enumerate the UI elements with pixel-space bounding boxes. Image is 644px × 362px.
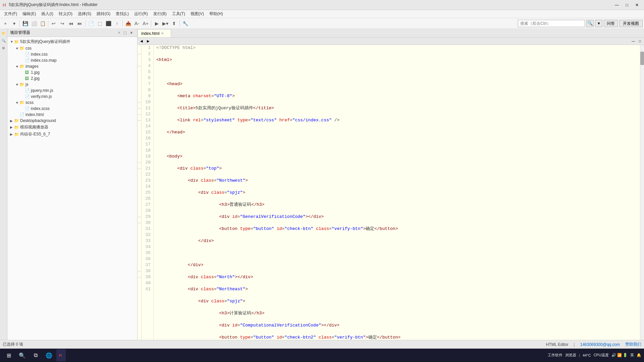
code-line-11: <div class="top"> (156, 166, 637, 172)
tree-project-desktop[interactable]: ▶ 📁 Desktopbackground (7, 118, 137, 124)
tree-file-indexhtml[interactable]: 📄 index.html (7, 112, 137, 118)
tree-project-root[interactable]: ▼ 📁 5款实用的jQuery验证码插件 (7, 38, 137, 45)
toolbar-btn9[interactable]: ⏭ (76, 19, 84, 27)
toolbar-btn11[interactable]: ⬚ (96, 19, 104, 27)
side-icon-3[interactable]: ⚙ (1, 45, 7, 51)
taskbar-work-btn[interactable]: 工作软件 (548, 353, 562, 358)
tree-label-indexcss: index.css (31, 52, 48, 57)
help-link[interactable]: 赞助我们 (625, 342, 641, 347)
toolbar-publish[interactable]: ⬆ (170, 19, 178, 27)
user-email[interactable]: 1463069300@qq.com (580, 342, 620, 347)
sidebar-tool-1[interactable]: ⬚ (122, 30, 128, 36)
taskbar-hbuilder[interactable]: H (56, 349, 66, 361)
toolbar-btn2[interactable]: ▾ (10, 19, 18, 27)
menu-jump[interactable]: 跳转(G) (94, 10, 113, 17)
verify-icon: 📄 (25, 94, 30, 99)
notification-btn[interactable]: 🔔 (637, 353, 641, 357)
dev-view-button[interactable]: 开发视图 (619, 20, 643, 27)
font-size-inc[interactable]: A+ (142, 19, 150, 27)
side-icon-1[interactable]: 📁 (1, 30, 7, 36)
project-folder-icon: 📁 (14, 40, 19, 44)
tree-folder-images[interactable]: ▼ 📁 images (7, 63, 137, 69)
menu-select[interactable]: 选择(S) (75, 10, 94, 17)
menu-edit[interactable]: 编辑(E) (20, 10, 39, 17)
tree-folder-scss[interactable]: ▼ 📁 scss (7, 100, 137, 106)
toolbar-misc[interactable]: 🔧 (181, 19, 189, 27)
tree-label-2jpg: 2.jpg (31, 76, 40, 81)
menu-insert[interactable]: 插入(I) (39, 10, 56, 17)
video-folder-icon: 📁 (14, 125, 19, 130)
toolbar-run[interactable]: ▶ (153, 19, 161, 27)
toolbar-run2[interactable]: ▶▾ (161, 19, 169, 27)
menu-help[interactable]: 帮助(H) (207, 10, 226, 17)
menu-publish[interactable]: 发行(B) (151, 10, 169, 17)
toolbar-btn10[interactable]: 📄 (87, 19, 95, 27)
sidebar-header: 项目管理器 ✕ ⬚ ≡ (7, 29, 137, 37)
code-line-13: <div class="spjz"> (156, 190, 637, 196)
tree-file-verify[interactable]: 📄 verify.min.js (7, 94, 137, 100)
menu-file[interactable]: 文件(F) (1, 10, 20, 17)
editor-ctrl-expand[interactable]: □ (637, 39, 643, 44)
undo-button[interactable]: ↩ (50, 19, 58, 27)
menu-run[interactable]: 运行(R) (131, 10, 151, 17)
taskbar-edge[interactable]: 🌐 (43, 349, 55, 361)
menu-escape[interactable]: 转义(O) (56, 10, 75, 17)
sidebar-close[interactable]: ✕ (118, 31, 120, 35)
tree-project-es[interactable]: ▶ 📁 尚硅谷-ES5_6_7 (7, 131, 137, 138)
minimize-button[interactable]: — (612, 2, 621, 8)
menu-find[interactable]: 查找(L) (113, 10, 131, 17)
editor-scrollbar[interactable] (640, 45, 644, 340)
file-tree: ▼ 📁 5款实用的jQuery验证码插件 ▼ 📁 css 📄 index.css (7, 37, 137, 340)
code-line-14: <h3>普通验证码</h3> (156, 202, 637, 208)
tree-arrow-images: ▼ (15, 65, 19, 68)
search-input[interactable] (518, 20, 585, 27)
tab-bar: index.html ✕ (138, 29, 644, 38)
tree-folder-js[interactable]: ▼ 📁 js (7, 81, 137, 87)
window-controls: — □ ✕ (612, 2, 641, 8)
tree-file-indexcss[interactable]: 📄 index.css (7, 51, 137, 57)
menu-view[interactable]: 视图(V) (188, 10, 207, 17)
redo-button[interactable]: ↪ (58, 19, 66, 27)
toolbar-btn5[interactable]: 📋 (39, 19, 47, 27)
side-icon-2[interactable]: 🔍 (1, 38, 7, 44)
code-content[interactable]: <!DOCTYPE html> <html> <head> <meta char… (154, 45, 640, 340)
maximize-button[interactable]: □ (623, 2, 631, 8)
tree-file-1jpg[interactable]: 🖼 1.jpg (7, 69, 137, 75)
toolbar-btn12[interactable]: ⬛ (104, 19, 112, 27)
search-settings-btn[interactable]: ▾ (595, 20, 602, 27)
code-line-19: </div> (156, 262, 637, 268)
taskbar-browser-btn[interactable]: 浏览器 (565, 353, 576, 358)
toolbar-btn14[interactable]: 📤 (124, 19, 132, 27)
ask-button[interactable]: 问答 (604, 20, 618, 27)
selected-count: 已选择 0 项 (3, 342, 23, 347)
toolbar-btn13[interactable]: ↑ (113, 19, 121, 27)
close-button[interactable]: ✕ (633, 2, 641, 8)
search-icon-btn[interactable]: 🔍 (586, 20, 594, 27)
menu-tools[interactable]: 工具(T) (169, 10, 188, 17)
search-taskbar-button[interactable]: 🔍 (16, 349, 28, 361)
code-editor[interactable]: — — — — — — — — (138, 45, 644, 340)
editor-ctrl-right[interactable]: ▶ (146, 39, 151, 44)
tab-indexhtml[interactable]: index.html ✕ (138, 29, 171, 37)
code-line-7: <link rel="stylesheet" type="text/css" h… (156, 117, 637, 123)
save-button[interactable]: 💾 (21, 19, 29, 27)
tree-label-indexscss: index.scss (31, 106, 50, 111)
toolbar-btn8[interactable]: ⏮ (67, 19, 75, 27)
tree-folder-css[interactable]: ▼ 📁 css (7, 45, 137, 51)
taskbar-sep: | (579, 353, 580, 357)
tree-file-indexcssmap[interactable]: 📄 index.css.map (7, 57, 137, 63)
tree-file-indexscss[interactable]: 📄 index.scss (7, 106, 137, 112)
editor-ctrl-left[interactable]: ◀ (139, 39, 144, 44)
windows-start-button[interactable]: ⊞ (3, 349, 15, 361)
new-file-button[interactable]: + (1, 19, 9, 27)
tree-project-video[interactable]: ▶ 📁 模拟视频播放器 (7, 124, 137, 131)
sidebar-tool-2[interactable]: ≡ (128, 30, 135, 36)
tab-close-icon[interactable]: ✕ (161, 32, 164, 35)
desktop-folder-icon: 📁 (14, 118, 19, 123)
tree-file-2jpg[interactable]: 🖼 2.jpg (7, 75, 137, 81)
toolbar-btn4[interactable]: ⬜ (30, 19, 38, 27)
task-view-button[interactable]: ⧉ (30, 349, 42, 361)
tree-file-jquery[interactable]: 📄 jquery.min.js (7, 87, 137, 94)
editor-ctrl-collapse[interactable]: — (631, 39, 636, 44)
font-size-dec[interactable]: A- (133, 19, 141, 27)
